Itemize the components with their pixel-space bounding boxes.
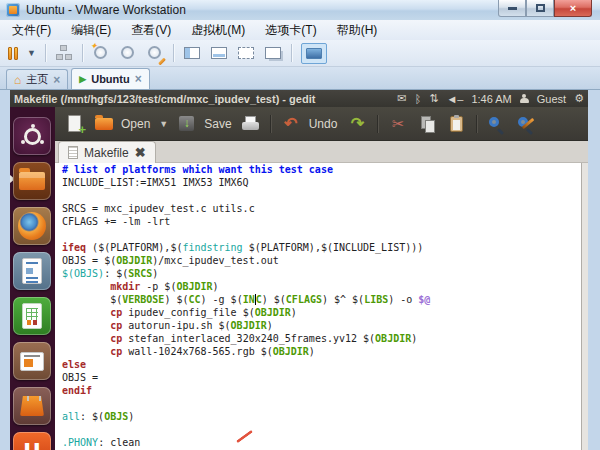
devices-icon[interactable]: [55, 44, 73, 62]
menu-edit[interactable]: 编辑(E): [71, 22, 111, 39]
firefox-icon[interactable]: [13, 207, 51, 245]
libreoffice-writer-icon[interactable]: [13, 252, 51, 290]
libreoffice-impress-icon[interactable]: [13, 342, 51, 380]
paste-icon[interactable]: [447, 114, 467, 134]
clock[interactable]: 1:46 AM: [471, 93, 511, 105]
show-console-active-icon[interactable]: [301, 43, 327, 64]
fullscreen-icon[interactable]: [237, 44, 255, 62]
maximize-button[interactable]: [526, 0, 554, 17]
open-dropdown-caret[interactable]: ▼: [159, 119, 168, 129]
document-tab-close-icon[interactable]: ✖: [135, 148, 146, 158]
tab-ubuntu[interactable]: ▶ Ubuntu ×: [71, 68, 149, 89]
undo-button[interactable]: Undo: [309, 117, 338, 131]
document-tab[interactable]: Makefile ✖: [58, 141, 156, 163]
show-sidebar-icon[interactable]: [183, 44, 201, 62]
document-tab-label: Makefile: [84, 146, 129, 160]
tab-ubuntu-close-icon[interactable]: ×: [135, 74, 142, 84]
print-icon[interactable]: [241, 114, 261, 134]
mail-indicator-icon[interactable]: ✉: [397, 92, 406, 105]
menubar: 文件(F) 编辑(E) 查看(V) 虚拟机(M) 选项卡(T) 帮助(H): [0, 20, 600, 40]
ubuntu-one-icon[interactable]: U: [13, 432, 51, 450]
ubuntu-software-center-icon[interactable]: [13, 387, 51, 425]
gedit-toolbar: Open ▼ ↓ Save ↶ Undo ↷ ✂: [55, 107, 588, 141]
panel-app-title: Makefile (/mnt/hgfs/123/test/cmd/mxc_ipu…: [14, 93, 315, 105]
vm-play-icon: ▶: [79, 74, 86, 84]
menu-view[interactable]: 查看(V): [131, 22, 171, 39]
vm-tabstrip: ⌂ 主页 × ▶ Ubuntu ×: [0, 67, 600, 90]
copy-icon[interactable]: [418, 114, 438, 134]
bluetooth-icon[interactable]: ᛒ: [415, 93, 422, 105]
vmware-toolbar: ▼ ✦: [0, 40, 600, 67]
vmware-app-icon: [6, 3, 20, 17]
open-icon[interactable]: [94, 114, 114, 134]
ubuntu-top-panel: Makefile (/mnt/hgfs/123/test/cmd/mxc_ipu…: [10, 90, 588, 107]
text-editor-area[interactable]: # list of platforms which want this test…: [55, 163, 588, 450]
save-icon[interactable]: ↓: [177, 114, 197, 134]
dash-home-icon[interactable]: [13, 117, 51, 155]
suspend-dropdown-caret[interactable]: ▼: [27, 48, 36, 58]
save-button[interactable]: Save: [204, 117, 231, 131]
menu-tabs[interactable]: 选项卡(T): [265, 22, 316, 39]
tab-home[interactable]: ⌂ 主页 ×: [6, 69, 68, 89]
take-snapshot-icon[interactable]: ✦: [92, 44, 110, 62]
open-button[interactable]: Open: [121, 117, 150, 131]
unity-mode-icon[interactable]: [264, 44, 282, 62]
volume-icon[interactable]: ◄–: [446, 93, 463, 105]
network-icon[interactable]: ⇅: [429, 92, 438, 105]
titlebar: Ubuntu - VMware Workstation ×: [0, 0, 600, 20]
libreoffice-calc-icon[interactable]: [13, 297, 51, 335]
menu-vm[interactable]: 虚拟机(M): [191, 22, 245, 39]
unity-launcher: U: [10, 107, 55, 450]
console-view-icon[interactable]: [210, 44, 228, 62]
snapshot-manager-icon[interactable]: [146, 44, 164, 62]
close-button[interactable]: ×: [554, 0, 592, 17]
window-title: Ubuntu - VMware Workstation: [26, 0, 186, 20]
document-icon: [68, 146, 78, 159]
find-replace-icon[interactable]: [515, 114, 535, 134]
files-icon[interactable]: [13, 162, 51, 200]
minimize-button[interactable]: [498, 0, 526, 17]
editor-scrollbar[interactable]: [581, 163, 588, 450]
redo-icon[interactable]: ↷: [346, 114, 368, 134]
suspend-button[interactable]: [8, 44, 18, 62]
user-icon: [520, 94, 529, 104]
new-document-icon[interactable]: [65, 114, 85, 134]
home-icon: ⌂: [14, 75, 21, 85]
find-icon[interactable]: [486, 114, 506, 134]
gedit-tabbar: Makefile ✖: [55, 141, 588, 163]
gedit-window: Open ▼ ↓ Save ↶ Undo ↷ ✂ Makefile ✖: [55, 107, 588, 450]
code-area[interactable]: # list of platforms which want this test…: [62, 163, 430, 450]
menu-help[interactable]: 帮助(H): [337, 22, 378, 39]
menu-file[interactable]: 文件(F): [12, 22, 51, 39]
session-user[interactable]: Guest: [537, 93, 566, 105]
revert-snapshot-icon[interactable]: [119, 44, 137, 62]
vm-display: Makefile (/mnt/hgfs/123/test/cmd/mxc_ipu…: [10, 90, 588, 450]
cut-icon[interactable]: ✂: [387, 114, 409, 134]
gear-icon[interactable]: ⚙: [574, 92, 584, 105]
undo-icon[interactable]: ↶: [280, 114, 302, 134]
tab-home-close-icon[interactable]: ×: [53, 75, 60, 85]
